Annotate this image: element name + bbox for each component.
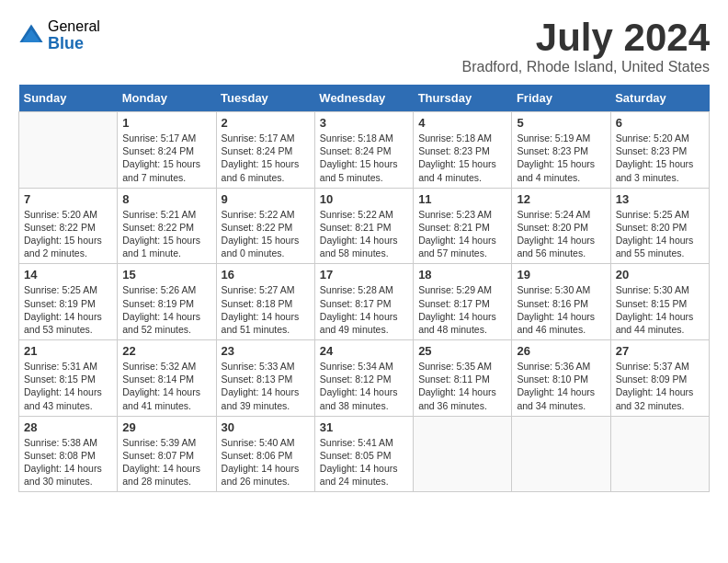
calendar-cell: 12Sunrise: 5:24 AM Sunset: 8:20 PM Dayli… [512,188,610,264]
day-info: Sunrise: 5:23 AM Sunset: 8:21 PM Dayligh… [418,208,506,260]
calendar-cell: 24Sunrise: 5:34 AM Sunset: 8:12 PM Dayli… [314,340,413,417]
calendar-cell: 3Sunrise: 5:18 AM Sunset: 8:24 PM Daylig… [314,112,413,189]
day-info: Sunrise: 5:18 AM Sunset: 8:24 PM Dayligh… [320,132,408,184]
calendar-cell: 27Sunrise: 5:37 AM Sunset: 8:09 PM Dayli… [610,340,709,417]
calendar-cell: 16Sunrise: 5:27 AM Sunset: 8:18 PM Dayli… [216,264,314,340]
day-number: 4 [418,116,506,130]
calendar-cell: 25Sunrise: 5:35 AM Sunset: 8:11 PM Dayli… [414,340,512,417]
month-title: July 2024 [462,18,711,57]
day-info: Sunrise: 5:32 AM Sunset: 8:14 PM Dayligh… [122,360,210,412]
day-info: Sunrise: 5:35 AM Sunset: 8:11 PM Dayligh… [418,360,506,412]
calendar-cell [19,112,118,189]
calendar-week-row: 21Sunrise: 5:31 AM Sunset: 8:15 PM Dayli… [19,340,710,417]
calendar-cell: 2Sunrise: 5:17 AM Sunset: 8:24 PM Daylig… [216,112,314,189]
day-info: Sunrise: 5:19 AM Sunset: 8:23 PM Dayligh… [517,132,605,184]
day-info: Sunrise: 5:30 AM Sunset: 8:16 PM Dayligh… [517,283,605,336]
calendar-cell: 20Sunrise: 5:30 AM Sunset: 8:15 PM Dayli… [610,264,709,340]
day-info: Sunrise: 5:39 AM Sunset: 8:07 PM Dayligh… [122,436,210,488]
day-info: Sunrise: 5:20 AM Sunset: 8:23 PM Dayligh… [616,132,704,184]
day-number: 19 [517,268,605,282]
day-number: 25 [418,344,506,358]
day-number: 23 [222,344,310,358]
day-info: Sunrise: 5:25 AM Sunset: 8:20 PM Dayligh… [616,208,704,260]
day-info: Sunrise: 5:22 AM Sunset: 8:21 PM Dayligh… [320,208,408,260]
calendar-cell: 5Sunrise: 5:19 AM Sunset: 8:23 PM Daylig… [512,112,610,189]
weekday-header: Tuesday [216,85,314,112]
calendar-cell: 7Sunrise: 5:20 AM Sunset: 8:22 PM Daylig… [19,188,118,264]
logo-text: General Blue [48,18,100,52]
weekday-header-row: SundayMondayTuesdayWednesdayThursdayFrid… [19,85,710,112]
day-number: 2 [222,116,310,130]
calendar-cell: 19Sunrise: 5:30 AM Sunset: 8:16 PM Dayli… [512,264,610,340]
calendar-cell [512,416,610,492]
calendar-cell: 14Sunrise: 5:25 AM Sunset: 8:19 PM Dayli… [19,264,118,340]
calendar-cell: 8Sunrise: 5:21 AM Sunset: 8:22 PM Daylig… [118,188,216,264]
calendar-cell: 9Sunrise: 5:22 AM Sunset: 8:22 PM Daylig… [216,188,314,264]
calendar-cell: 17Sunrise: 5:28 AM Sunset: 8:17 PM Dayli… [314,264,413,340]
day-info: Sunrise: 5:21 AM Sunset: 8:22 PM Dayligh… [122,208,210,260]
day-number: 16 [222,268,310,282]
logo-blue: Blue [48,35,100,53]
calendar-cell: 23Sunrise: 5:33 AM Sunset: 8:13 PM Dayli… [216,340,314,417]
page-header: General Blue July 2024 Bradford, Rhode I… [18,18,710,75]
day-number: 1 [122,116,210,130]
calendar-cell: 1Sunrise: 5:17 AM Sunset: 8:24 PM Daylig… [118,112,216,189]
calendar-week-row: 7Sunrise: 5:20 AM Sunset: 8:22 PM Daylig… [19,188,710,264]
calendar-cell: 22Sunrise: 5:32 AM Sunset: 8:14 PM Dayli… [118,340,216,417]
weekday-header: Sunday [19,85,118,112]
day-info: Sunrise: 5:22 AM Sunset: 8:22 PM Dayligh… [222,208,310,260]
day-number: 10 [320,192,408,206]
day-number: 24 [320,344,408,358]
logo-icon [18,23,44,49]
calendar-cell: 29Sunrise: 5:39 AM Sunset: 8:07 PM Dayli… [118,416,216,492]
day-number: 11 [418,192,506,206]
weekday-header: Wednesday [314,85,413,112]
day-number: 28 [24,420,112,434]
day-number: 31 [320,420,408,434]
day-number: 7 [24,192,112,206]
day-number: 3 [320,116,408,130]
day-info: Sunrise: 5:28 AM Sunset: 8:17 PM Dayligh… [320,283,408,336]
calendar-week-row: 14Sunrise: 5:25 AM Sunset: 8:19 PM Dayli… [19,264,710,340]
day-info: Sunrise: 5:31 AM Sunset: 8:15 PM Dayligh… [24,360,112,412]
day-info: Sunrise: 5:26 AM Sunset: 8:19 PM Dayligh… [122,283,210,336]
day-info: Sunrise: 5:24 AM Sunset: 8:20 PM Dayligh… [517,208,605,260]
calendar-cell: 18Sunrise: 5:29 AM Sunset: 8:17 PM Dayli… [414,264,512,340]
calendar-cell: 10Sunrise: 5:22 AM Sunset: 8:21 PM Dayli… [314,188,413,264]
day-info: Sunrise: 5:20 AM Sunset: 8:22 PM Dayligh… [24,208,112,260]
calendar-cell: 31Sunrise: 5:41 AM Sunset: 8:05 PM Dayli… [314,416,413,492]
calendar-cell [610,416,709,492]
day-info: Sunrise: 5:17 AM Sunset: 8:24 PM Dayligh… [122,132,210,184]
day-number: 21 [24,344,112,358]
calendar-week-row: 1Sunrise: 5:17 AM Sunset: 8:24 PM Daylig… [19,112,710,189]
calendar-cell: 21Sunrise: 5:31 AM Sunset: 8:15 PM Dayli… [19,340,118,417]
weekday-header: Friday [512,85,610,112]
calendar-cell: 26Sunrise: 5:36 AM Sunset: 8:10 PM Dayli… [512,340,610,417]
calendar-cell: 15Sunrise: 5:26 AM Sunset: 8:19 PM Dayli… [118,264,216,340]
day-info: Sunrise: 5:27 AM Sunset: 8:18 PM Dayligh… [222,283,310,336]
day-number: 13 [616,192,704,206]
weekday-header: Saturday [610,85,709,112]
day-number: 26 [517,344,605,358]
day-info: Sunrise: 5:34 AM Sunset: 8:12 PM Dayligh… [320,360,408,412]
calendar-cell: 6Sunrise: 5:20 AM Sunset: 8:23 PM Daylig… [610,112,709,189]
day-info: Sunrise: 5:25 AM Sunset: 8:19 PM Dayligh… [24,283,112,336]
logo-general: General [48,18,100,35]
title-block: July 2024 Bradford, Rhode Island, United… [462,18,711,75]
weekday-header: Monday [118,85,216,112]
day-number: 27 [616,344,704,358]
calendar-week-row: 28Sunrise: 5:38 AM Sunset: 8:08 PM Dayli… [19,416,710,492]
day-info: Sunrise: 5:29 AM Sunset: 8:17 PM Dayligh… [418,283,506,336]
day-number: 9 [222,192,310,206]
day-number: 8 [122,192,210,206]
logo: General Blue [18,18,100,52]
day-info: Sunrise: 5:17 AM Sunset: 8:24 PM Dayligh… [222,132,310,184]
day-info: Sunrise: 5:38 AM Sunset: 8:08 PM Dayligh… [24,436,112,488]
location: Bradford, Rhode Island, United States [462,59,711,75]
day-number: 22 [122,344,210,358]
day-info: Sunrise: 5:40 AM Sunset: 8:06 PM Dayligh… [222,436,310,488]
day-number: 6 [616,116,704,130]
day-info: Sunrise: 5:33 AM Sunset: 8:13 PM Dayligh… [222,360,310,412]
day-number: 30 [222,420,310,434]
calendar-cell: 4Sunrise: 5:18 AM Sunset: 8:23 PM Daylig… [414,112,512,189]
